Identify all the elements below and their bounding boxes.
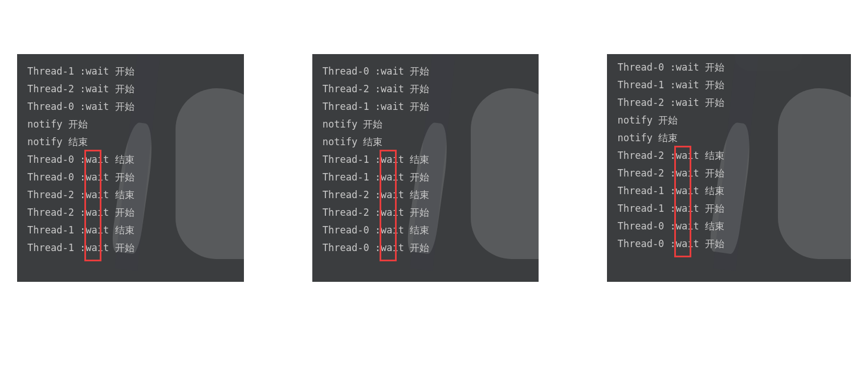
console-line: Thread-0 :wait 开始 (323, 239, 529, 257)
console-line: Thread-1 :wait 开始 (617, 76, 841, 94)
console-line: Thread-0 :wait 开始 (323, 63, 529, 80)
console-line: Thread-2 :wait 开始 (27, 204, 234, 221)
console-line: Thread-0 :wait 结束 (323, 221, 529, 239)
console-line: Thread-2 :wait 开始 (323, 204, 529, 221)
console-line: notify 开始 (617, 112, 841, 129)
console-line: Thread-1 :wait 开始 (27, 63, 234, 80)
console-line: Thread-2 :wait 开始 (617, 94, 841, 112)
console-line: Thread-2 :wait 结束 (617, 147, 841, 165)
console-line: notify 结束 (27, 133, 234, 151)
console-line: Thread-0 :wait 开始 (617, 235, 841, 253)
console-line: Thread-1 :wait 开始 (27, 239, 234, 257)
console-line: Thread-0 :wait 结束 (27, 151, 234, 169)
console-panel-2: Thread-0 :wait 开始 Thread-2 :wait 开始 Thre… (312, 54, 539, 282)
console-line: Thread-1 :wait 结束 (27, 221, 234, 239)
console-line: Thread-2 :wait 结束 (27, 186, 234, 204)
console-line: Thread-2 :wait 开始 (323, 80, 529, 98)
console-panel-3: Thread-0 :wait 开始 Thread-1 :wait 开始 Thre… (607, 54, 851, 282)
console-line: Thread-1 :wait 结束 (617, 182, 841, 200)
panels-container: Thread-1 :wait 开始 Thread-2 :wait 开始 Thre… (0, 0, 868, 299)
console-line: notify 开始 (323, 116, 529, 133)
console-line: Thread-0 :wait 开始 (27, 169, 234, 186)
console-line: notify 开始 (27, 116, 234, 133)
console-line: Thread-2 :wait 开始 (27, 80, 234, 98)
console-line: Thread-2 :wait 开始 (617, 165, 841, 182)
console-line: Thread-0 :wait 开始 (27, 98, 234, 116)
console-line: Thread-1 :wait 开始 (323, 98, 529, 116)
console-line: Thread-0 :wait 开始 (617, 59, 841, 76)
console-line: Thread-1 :wait 开始 (323, 169, 529, 186)
console-line: notify 结束 (617, 129, 841, 147)
console-line: Thread-1 :wait 开始 (617, 200, 841, 217)
console-line: Thread-1 :wait 结束 (323, 151, 529, 169)
console-line: Thread-2 :wait 结束 (323, 186, 529, 204)
console-line: notify 结束 (323, 133, 529, 151)
console-panel-1: Thread-1 :wait 开始 Thread-2 :wait 开始 Thre… (17, 54, 244, 282)
console-line: Thread-0 :wait 结束 (617, 217, 841, 235)
